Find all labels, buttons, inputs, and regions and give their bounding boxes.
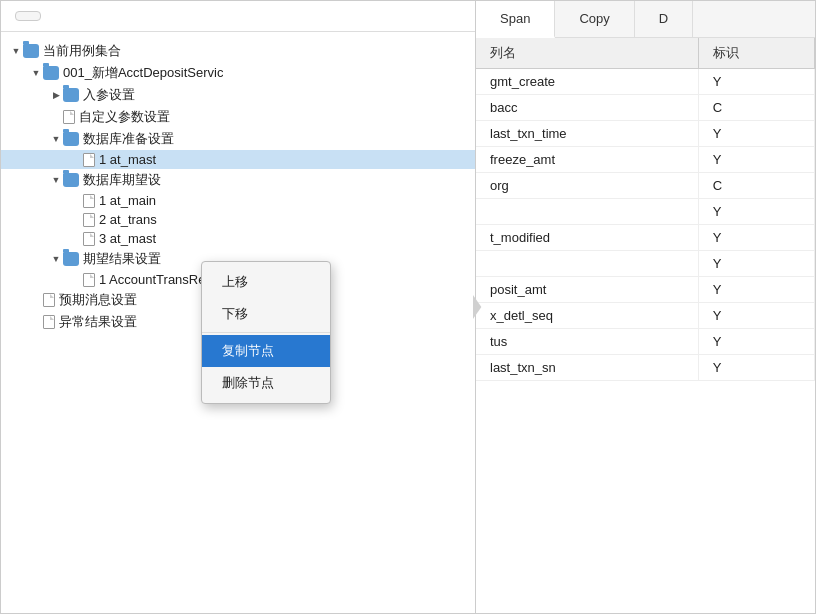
tree-item-label: 2 at_trans [99, 212, 157, 227]
table-cell-flag: C [698, 173, 814, 199]
file-icon [43, 293, 55, 307]
tree-item-label: 001_新增AcctDepositServic [63, 64, 223, 82]
table-row: tusY [476, 329, 815, 355]
tree-item-label: 自定义参数设置 [79, 108, 170, 126]
file-icon [83, 273, 95, 287]
context-menu-divider [202, 332, 330, 333]
tab-copy[interactable]: Copy [555, 1, 634, 37]
data-table: 列名标识gmt_createYbaccClast_txn_timeYfreeze… [476, 38, 815, 381]
table-cell-col: t_modified [476, 225, 698, 251]
tree-item-customparams[interactable]: 自定义参数设置 [1, 106, 475, 128]
tree-item-label: 数据库准备设置 [83, 130, 174, 148]
toggle-icon [69, 232, 83, 246]
toggle-icon [49, 110, 63, 124]
toggle-icon [29, 315, 43, 329]
left-header [1, 1, 475, 32]
table-row: Y [476, 199, 815, 225]
table-container: 列名标识gmt_createYbaccClast_txn_timeYfreeze… [476, 38, 815, 613]
tree-item-dbprep[interactable]: ▼数据库准备设置 [1, 128, 475, 150]
table-cell-flag: Y [698, 121, 814, 147]
table-cell-col: gmt_create [476, 69, 698, 95]
table-row: last_txn_snY [476, 355, 815, 381]
toggle-icon: ▼ [49, 173, 63, 187]
toggle-icon: ▼ [29, 66, 43, 80]
file-icon [43, 315, 55, 329]
table-cell-flag: Y [698, 329, 814, 355]
tree-item-attrans2[interactable]: 2 at_trans [1, 210, 475, 229]
table-row: orgC [476, 173, 815, 199]
table-cell-flag: Y [698, 251, 814, 277]
table-cell-flag: Y [698, 355, 814, 381]
table-header: 标识 [698, 38, 814, 69]
table-cell-flag: Y [698, 303, 814, 329]
tree-item-atmaster1[interactable]: 1 at_mast [1, 150, 475, 169]
context-menu-item-deletenode[interactable]: 删除节点 [202, 367, 330, 399]
file-icon [83, 153, 95, 167]
tree-item-case001[interactable]: ▼001_新增AcctDepositServic [1, 62, 475, 84]
table-cell-col: org [476, 173, 698, 199]
left-panel: ▼当前用例集合▼001_新增AcctDepositServic▶入参设置自定义参… [1, 1, 476, 613]
file-icon [83, 232, 95, 246]
tab-d[interactable]: D [635, 1, 693, 37]
tree-item-label: 期望结果设置 [83, 250, 161, 268]
table-row: Y [476, 251, 815, 277]
tree-item-root[interactable]: ▼当前用例集合 [1, 40, 475, 62]
table-cell-col: x_detl_seq [476, 303, 698, 329]
folder-icon [63, 252, 79, 266]
tree-item-label: 数据库期望设 [83, 171, 161, 189]
folder-icon [43, 66, 59, 80]
folder-icon [63, 88, 79, 102]
tree-item-label: 1 at_main [99, 193, 156, 208]
toggle-icon: ▼ [49, 252, 63, 266]
table-row: freeze_amtY [476, 147, 815, 173]
table-cell-col: posit_amt [476, 277, 698, 303]
file-icon [63, 110, 75, 124]
context-menu-item-moveup[interactable]: 上移 [202, 266, 330, 298]
tab-bar: SpanCopyD [476, 1, 815, 38]
tree-item-inparams[interactable]: ▶入参设置 [1, 84, 475, 106]
table-cell-flag: Y [698, 147, 814, 173]
table-cell-col: last_txn_time [476, 121, 698, 147]
table-cell-flag: C [698, 95, 814, 121]
main-container: ▼当前用例集合▼001_新增AcctDepositServic▶入参设置自定义参… [0, 0, 816, 614]
table-cell-flag: Y [698, 69, 814, 95]
toggle-icon [69, 273, 83, 287]
tree-item-label: 预期消息设置 [59, 291, 137, 309]
folder-icon [63, 132, 79, 146]
context-menu: 上移下移复制节点删除节点 [201, 261, 331, 404]
toggle-icon: ▼ [9, 44, 23, 58]
context-menu-item-movedown[interactable]: 下移 [202, 298, 330, 330]
tree-item-label: 3 at_mast [99, 231, 156, 246]
file-icon [83, 194, 95, 208]
table-cell-flag: Y [698, 199, 814, 225]
right-panel: SpanCopyD 列名标识gmt_createYbaccClast_txn_t… [476, 1, 815, 613]
tab-span[interactable]: Span [476, 1, 555, 38]
table-row: last_txn_timeY [476, 121, 815, 147]
table-cell-col: freeze_amt [476, 147, 698, 173]
tree-item-dbexpect[interactable]: ▼数据库期望设 [1, 169, 475, 191]
tree-item-atmain1[interactable]: 1 at_main [1, 191, 475, 210]
tree-item-label: 1 at_mast [99, 152, 156, 167]
table-cell-col: last_txn_sn [476, 355, 698, 381]
toggle-icon [69, 194, 83, 208]
toggle-icon [29, 293, 43, 307]
folder-icon [63, 173, 79, 187]
toggle-icon [69, 213, 83, 227]
file-icon [83, 213, 95, 227]
table-row: baccC [476, 95, 815, 121]
table-cell-flag: Y [698, 277, 814, 303]
context-menu-item-copynode[interactable]: 复制节点 [202, 335, 330, 367]
tree-item-atmaster3[interactable]: 3 at_mast [1, 229, 475, 248]
table-cell-col [476, 251, 698, 277]
table-row: posit_amtY [476, 277, 815, 303]
table-cell-flag: Y [698, 225, 814, 251]
tree-item-label: 异常结果设置 [59, 313, 137, 331]
table-row: gmt_createY [476, 69, 815, 95]
toggle-icon: ▶ [49, 88, 63, 102]
table-cell-col [476, 199, 698, 225]
table-cell-col: bacc [476, 95, 698, 121]
table-cell-col: tus [476, 329, 698, 355]
folder-icon [23, 44, 39, 58]
back-button[interactable] [15, 11, 41, 21]
toggle-icon: ▼ [49, 132, 63, 146]
